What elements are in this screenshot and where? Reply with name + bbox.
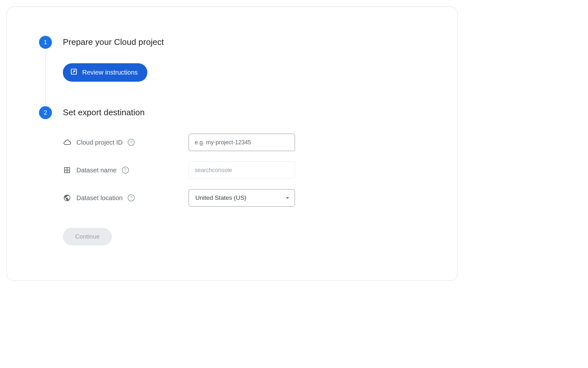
label-project-id: Cloud project ID bbox=[76, 139, 122, 146]
settings-card: 1 Prepare your Cloud project Review inst… bbox=[6, 6, 458, 281]
step-1: 1 Prepare your Cloud project Review inst… bbox=[39, 36, 425, 106]
grid-icon bbox=[63, 166, 71, 174]
step-1-indicator: 1 bbox=[39, 36, 52, 106]
chevron-down-icon bbox=[286, 195, 289, 201]
cloud-icon bbox=[63, 138, 71, 147]
select-dataset-location[interactable]: United States (US) bbox=[189, 189, 295, 207]
help-icon-project-id[interactable]: ? bbox=[128, 139, 135, 146]
step-2: 2 Set export destination C bbox=[39, 106, 425, 245]
step-2-number: 2 bbox=[44, 109, 47, 116]
input-dataset-name bbox=[189, 161, 295, 179]
label-group-dataset-location: Dataset location ? bbox=[63, 194, 189, 202]
step-1-body: Prepare your Cloud project Review instru… bbox=[63, 36, 425, 82]
step-connector-line bbox=[45, 50, 46, 105]
review-instructions-label: Review instructions bbox=[82, 69, 138, 76]
step-1-number: 1 bbox=[44, 39, 47, 46]
help-icon-dataset-name[interactable]: ? bbox=[122, 167, 129, 174]
row-project-id: Cloud project ID ? bbox=[63, 134, 425, 151]
row-dataset-location: Dataset location ? United States (US) bbox=[63, 189, 425, 207]
label-group-dataset-name: Dataset name ? bbox=[63, 166, 189, 174]
help-icon-dataset-location[interactable]: ? bbox=[128, 194, 135, 201]
input-project-id[interactable] bbox=[189, 134, 295, 151]
select-dataset-location-value: United States (US) bbox=[195, 194, 246, 201]
open-external-icon bbox=[70, 68, 78, 77]
label-group-project-id: Cloud project ID ? bbox=[63, 138, 189, 147]
row-dataset-name: Dataset name ? bbox=[63, 161, 425, 179]
continue-button: Continue bbox=[63, 228, 112, 245]
step-2-title: Set export destination bbox=[63, 107, 425, 118]
continue-button-label: Continue bbox=[75, 233, 100, 240]
step-1-circle: 1 bbox=[39, 36, 52, 49]
step-2-circle: 2 bbox=[39, 106, 52, 119]
globe-icon bbox=[63, 194, 71, 202]
label-dataset-name: Dataset name bbox=[76, 167, 117, 174]
step-2-body: Set export destination Cloud project ID … bbox=[63, 106, 425, 245]
review-instructions-button[interactable]: Review instructions bbox=[63, 63, 147, 82]
step-1-title: Prepare your Cloud project bbox=[63, 37, 425, 47]
stepper: 1 Prepare your Cloud project Review inst… bbox=[39, 36, 425, 245]
form-rows: Cloud project ID ? bbox=[63, 134, 425, 207]
label-dataset-location: Dataset location bbox=[76, 194, 122, 202]
step-2-indicator: 2 bbox=[39, 106, 52, 119]
